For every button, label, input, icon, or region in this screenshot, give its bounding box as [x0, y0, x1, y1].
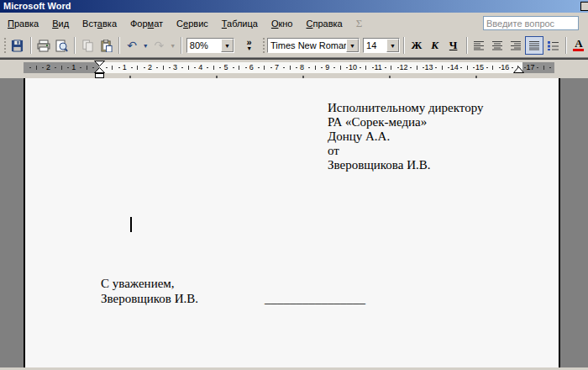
undo-button[interactable]: ↶ — [123, 36, 141, 55]
font-dropdown-arrow[interactable]: ▼ — [346, 39, 359, 52]
ruler-tick — [245, 67, 247, 68]
ask-question-input[interactable] — [483, 16, 579, 30]
menu-item-help[interactable]: Справка — [300, 15, 349, 32]
closing-block[interactable]: С уважением,Зверовщиков И.В. — [101, 276, 198, 306]
align-left-button[interactable] — [470, 36, 489, 55]
ruler-tick — [333, 67, 335, 68]
minimize-button[interactable] — [580, 2, 588, 11]
size-dropdown-arrow[interactable]: ▼ — [386, 39, 399, 52]
font-color-icon: А — [575, 40, 582, 48]
doc-line[interactable]: С уважением, — [101, 276, 198, 291]
justify-icon — [528, 40, 540, 50]
right-indent-marker-icon[interactable] — [513, 66, 524, 73]
font-size-combobox[interactable]: 14 ▼ — [363, 38, 400, 53]
menu-items: ПравкаВидВставкаФорматСервисТаблицаОкноС… — [1, 15, 349, 32]
print-icon — [37, 40, 50, 52]
menu-item-edit[interactable]: Правка — [1, 15, 45, 32]
undo-icon: ↶ — [127, 40, 137, 51]
align-right-button[interactable] — [507, 36, 525, 55]
print-button[interactable] — [34, 36, 53, 55]
redo-icon: ↷ — [155, 40, 165, 51]
ruler-tick — [239, 66, 239, 70]
document-page[interactable]: Исполнительному директоруРА «Сорек-медиа… — [24, 78, 560, 367]
ruler-number: 17 — [526, 63, 534, 72]
ruler-tick — [417, 66, 417, 70]
ruler-number: 14 — [450, 63, 459, 72]
print-preview-icon — [55, 40, 68, 52]
copy-button[interactable] — [78, 36, 97, 55]
doc-line[interactable]: РА «Сорек-медиа» — [328, 115, 483, 130]
print-preview-button[interactable] — [53, 36, 71, 55]
horizontal-ruler[interactable]: 121234567891011121314151617 — [0, 58, 588, 78]
toolbar-separator — [181, 37, 181, 54]
list-button[interactable] — [543, 36, 562, 55]
toolbar-grip[interactable] — [3, 37, 7, 54]
redo-dropdown[interactable]: ▼ — [168, 36, 176, 55]
ruler-number: 13 — [425, 63, 433, 72]
menu-item-tools[interactable]: Сервис — [170, 15, 215, 32]
window-title: Microsoft Word — [3, 0, 71, 13]
ruler-number: 7 — [275, 63, 279, 72]
indent-markers-icon[interactable] — [94, 61, 105, 79]
ruler-tick — [264, 66, 265, 70]
ruler-tick — [181, 67, 183, 68]
paste-button[interactable] — [97, 36, 115, 55]
ruler-tick — [112, 66, 113, 70]
ruler-number: 11 — [375, 63, 382, 72]
font-color-button[interactable]: А — [570, 36, 588, 55]
justify-button[interactable] — [525, 36, 543, 55]
ruler-tick — [131, 67, 133, 68]
ruler-tick — [296, 67, 297, 68]
ruler-number: 8 — [300, 63, 304, 72]
menu-item-format[interactable]: Формат — [123, 15, 170, 32]
doc-line[interactable]: Исполнительному директору — [328, 101, 483, 115]
ruler-tick — [410, 67, 412, 68]
redo-button[interactable]: ↷ — [150, 36, 168, 55]
ruler-number: 10 — [349, 63, 357, 72]
ruler-tick — [118, 67, 120, 68]
chevron-down-icon: ▼ — [246, 45, 252, 52]
zoom-combobox[interactable]: 80% ▼ — [186, 38, 234, 53]
font-size-value: 14 — [364, 39, 386, 52]
formatting-toolbar-grip[interactable] — [262, 37, 265, 54]
ruler-tick — [61, 66, 62, 70]
doc-line[interactable]: от — [328, 144, 483, 158]
save-button[interactable] — [8, 36, 27, 55]
menu-item-insert[interactable]: Вставка — [76, 15, 123, 32]
ruler-tick — [397, 67, 399, 68]
align-center-button[interactable] — [488, 36, 507, 55]
menu-item-table[interactable]: Таблица — [215, 15, 265, 32]
font-name-combobox[interactable]: Times New Roman ▼ — [267, 38, 360, 53]
toolbar-options-button[interactable]: » ▼ — [243, 39, 255, 52]
title-bar[interactable]: Microsoft Word — [0, 0, 588, 13]
menu-item-window[interactable]: Окно — [265, 15, 300, 32]
align-right-icon — [510, 40, 522, 50]
zoom-dropdown-arrow[interactable]: ▼ — [221, 39, 234, 52]
ruler-tick — [340, 66, 341, 70]
doc-line[interactable]: Зверовщикова И.В. — [328, 158, 483, 172]
ruler-tick — [169, 67, 171, 68]
doc-line[interactable]: Донцу А.А. — [328, 130, 483, 144]
ruler-tick — [219, 67, 221, 68]
doc-line[interactable]: Зверовщиков И.В. — [101, 291, 198, 306]
sigma-menu-icon[interactable]: Σ — [349, 17, 370, 30]
undo-dropdown[interactable]: ▼ — [141, 36, 150, 55]
ruler-number: 2 — [148, 63, 152, 72]
zoom-value: 80% — [187, 39, 221, 52]
ruler-number: 1 — [71, 63, 76, 72]
menu-item-view[interactable]: Вид — [45, 15, 76, 32]
list-icon — [547, 40, 559, 50]
ruler-number: 16 — [501, 63, 509, 72]
ruler-tick — [258, 67, 260, 68]
signature-line[interactable]: ________________ — [265, 292, 365, 306]
ruler-tick — [346, 67, 348, 68]
recipient-block[interactable]: Исполнительному директоруРА «Сорек-медиа… — [328, 101, 483, 172]
underline-button[interactable]: Ч — [444, 36, 463, 55]
italic-button[interactable]: К — [426, 36, 444, 55]
bold-button[interactable]: Ж — [407, 36, 426, 55]
ruler-tick — [290, 66, 291, 70]
ruler-tick — [29, 67, 31, 68]
chevron-icon: » — [247, 39, 252, 45]
toolbar-separator — [118, 37, 119, 54]
ruler-tick — [156, 67, 158, 68]
